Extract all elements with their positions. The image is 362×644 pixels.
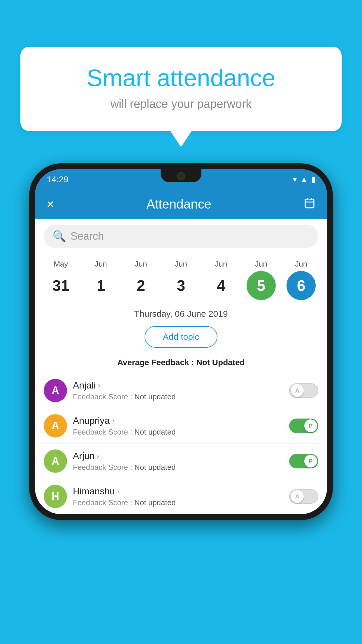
search-icon: 🔍 <box>52 230 66 243</box>
signal-icon: ▲ <box>300 175 308 184</box>
student-avatar-0: A <box>44 379 67 402</box>
selected-date-label: Thursday, 06 June 2019 <box>35 303 327 322</box>
cal-date-2: 2 <box>126 271 156 300</box>
cal-date-6: 6 <box>287 271 316 300</box>
student-score-2: Feedback Score : Not updated <box>73 463 283 472</box>
status-time: 14:29 <box>47 174 68 184</box>
status-icons: ▾ ▲ ▮ <box>293 175 315 184</box>
cal-month-5: Jun <box>255 260 267 269</box>
speech-bubble-title: Smart attendance <box>44 64 318 92</box>
cal-month-0: May <box>54 260 68 269</box>
phone-camera <box>177 172 185 180</box>
calendar-day-5[interactable]: Jun5 <box>244 260 279 300</box>
calendar-day-6[interactable]: Jun6 <box>284 260 319 300</box>
student-score-3: Feedback Score : Not updated <box>73 498 283 507</box>
student-toggle-3[interactable]: A <box>289 489 318 504</box>
student-item-1[interactable]: AAnupriya ›Feedback Score : Not updatedP <box>41 408 321 444</box>
student-item-3[interactable]: HHimanshu ›Feedback Score : Not updatedA <box>41 479 321 514</box>
student-info-1: Anupriya ›Feedback Score : Not updated <box>73 415 283 437</box>
student-item-0[interactable]: AAnjali ›Feedback Score : Not updatedA <box>41 373 321 408</box>
student-toggle-1[interactable]: P <box>289 419 318 433</box>
calendar-day-2[interactable]: Jun2 <box>124 260 159 300</box>
student-name-1: Anupriya › <box>73 415 283 426</box>
speech-bubble: Smart attendance will replace your paper… <box>20 47 342 131</box>
cal-month-2: Jun <box>135 260 147 269</box>
cal-month-1: Jun <box>95 260 107 269</box>
student-toggle-2[interactable]: P <box>289 454 318 468</box>
student-avatar-3: H <box>44 485 67 508</box>
cal-date-3: 3 <box>166 271 196 300</box>
cal-month-6: Jun <box>295 260 307 269</box>
phone-notch <box>161 169 201 182</box>
student-avatar-2: A <box>44 449 67 473</box>
search-bar[interactable]: 🔍 Search <box>44 225 318 248</box>
student-score-1: Feedback Score : Not updated <box>73 428 283 437</box>
student-score-0: Feedback Score : Not updated <box>73 392 283 401</box>
cal-date-1: 1 <box>86 271 115 300</box>
app-header: × Attendance <box>35 190 327 219</box>
close-button[interactable]: × <box>47 197 54 211</box>
cal-date-0: 31 <box>46 271 75 300</box>
toggle-knob-3: A <box>291 490 304 503</box>
student-info-3: Himanshu ›Feedback Score : Not updated <box>73 486 283 507</box>
svg-rect-0 <box>305 199 314 208</box>
student-info-0: Anjali ›Feedback Score : Not updated <box>73 380 283 401</box>
header-title: Attendance <box>63 197 295 211</box>
student-name-3: Himanshu › <box>73 486 283 497</box>
speech-bubble-container: Smart attendance will replace your paper… <box>20 47 342 131</box>
wifi-icon: ▾ <box>293 175 297 184</box>
student-name-2: Arjun › <box>73 451 283 461</box>
toggle-knob-2: P <box>304 455 317 468</box>
phone-container: 14:29 ▾ ▲ ▮ × Attendance <box>29 163 333 520</box>
student-toggle-0[interactable]: A <box>289 383 318 398</box>
cal-date-4: 4 <box>206 271 236 300</box>
student-arrow-0: › <box>98 381 100 389</box>
cal-date-5: 5 <box>247 271 276 300</box>
student-item-2[interactable]: AArjun ›Feedback Score : Not updatedP <box>41 444 321 479</box>
battery-icon: ▮ <box>311 175 315 184</box>
calendar-day-3[interactable]: Jun3 <box>164 260 198 300</box>
toggle-knob-1: P <box>304 419 317 432</box>
phone-screen: 14:29 ▾ ▲ ▮ × Attendance <box>35 169 327 514</box>
speech-bubble-subtitle: will replace your paperwork <box>44 97 318 111</box>
student-list: AAnjali ›Feedback Score : Not updatedAAA… <box>35 373 327 514</box>
student-arrow-1: › <box>112 416 114 425</box>
avg-feedback: Average Feedback : Not Updated <box>35 354 327 373</box>
cal-month-3: Jun <box>175 260 187 269</box>
calendar-day-0[interactable]: May31 <box>43 260 78 300</box>
phone-frame: 14:29 ▾ ▲ ▮ × Attendance <box>29 163 333 520</box>
student-name-0: Anjali › <box>73 380 283 391</box>
calendar-day-4[interactable]: Jun4 <box>203 260 238 300</box>
calendar-icon[interactable] <box>304 197 315 211</box>
cal-month-4: Jun <box>215 260 227 269</box>
add-topic-button[interactable]: Add topic <box>145 326 217 348</box>
toggle-knob-0: A <box>291 384 304 397</box>
search-placeholder: Search <box>71 230 104 242</box>
student-avatar-1: A <box>44 414 67 438</box>
calendar-strip: May31Jun1Jun2Jun3Jun4Jun5Jun6 <box>35 254 327 303</box>
student-arrow-3: › <box>117 487 120 495</box>
calendar-day-1[interactable]: Jun1 <box>83 260 118 300</box>
student-info-2: Arjun ›Feedback Score : Not updated <box>73 451 283 472</box>
student-arrow-2: › <box>97 452 99 460</box>
